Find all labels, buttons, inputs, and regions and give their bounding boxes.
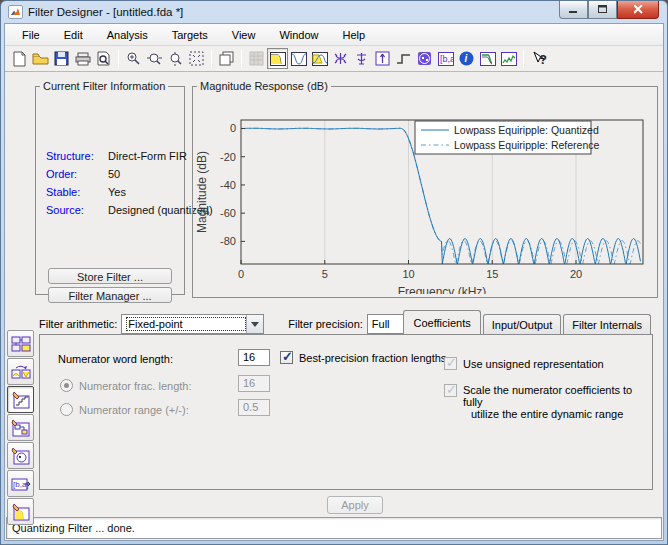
magnitude-response-title: Magnitude Response (dB) [197,80,331,92]
menu-edit[interactable]: Edit [55,26,92,44]
multirate-filter-icon[interactable] [7,330,34,357]
magnitude-response-estimate-icon[interactable] [477,48,498,69]
numerator-frac-length-field: 16 [238,375,270,392]
svg-text:5: 5 [322,268,328,280]
toolbar-separator [523,50,524,68]
zoom-in-icon[interactable] [123,48,144,69]
filter-designer-window: Filter Designer - [untitled.fda *] FileE… [0,0,668,545]
toolbar: [b,a]i? [5,46,663,72]
numerator-range-field: 0.5 [238,399,270,416]
scale-coefficients-checkbox[interactable] [444,384,457,397]
tab-filter-internals[interactable]: Filter Internals [563,314,651,334]
best-precision-checkbox[interactable] [280,351,293,364]
tab-coefficients[interactable]: Coefficients [403,310,480,334]
tab-strip: CoefficientsInput/OutputFilter Internals [401,310,651,334]
numerator-range-radio[interactable] [60,403,73,416]
magnitude-response-panel: Magnitude Response (dB) 051015200-20-40-… [192,80,658,298]
scale-label-line2: utilize the entire dynamic range [463,408,623,420]
filter-manager-button[interactable]: Filter Manager ... [48,287,172,303]
tab-input-output[interactable]: Input/Output [483,314,562,334]
filterbuilder-icon [246,48,267,69]
menu-targets[interactable]: Targets [163,26,217,44]
minimize-button[interactable] [559,1,588,19]
impulse-response-icon[interactable] [372,48,393,69]
svg-text:Frequency (kHz): Frequency (kHz) [398,285,487,294]
phase-delay-icon[interactable] [351,48,372,69]
coefficients-tab-panel: Numerator word length: 16 Best-precision… [39,334,653,490]
open-session-icon[interactable] [30,48,51,69]
info-label: Stable: [46,183,108,201]
quantization-section: [b,a] Filter arithmetic: Fixed-point Fil… [5,304,663,517]
main-area: Current Filter Information Structure:Dir… [5,72,663,517]
pole-zero-editor-icon[interactable] [7,442,34,469]
zoom-x-icon[interactable] [144,48,165,69]
info-label: Structure: [46,147,108,165]
sidebar-toolbar: [b,a] [7,330,37,526]
numerator-word-length-field[interactable]: 16 [238,349,270,366]
pole-zero-plot-icon[interactable] [414,48,435,69]
chevron-down-icon[interactable] [246,315,263,333]
realize-model-icon[interactable] [7,414,34,441]
status-message: Quantizing Filter ... done. [6,517,662,539]
apply-button[interactable]: Apply [327,496,383,514]
new-session-icon[interactable] [9,48,30,69]
filter-arithmetic-value: Fixed-point [126,317,246,331]
whats-this-help-icon[interactable]: ? [528,48,549,69]
matlab-app-icon [8,5,23,19]
set-quantization-parameters-icon[interactable] [7,386,34,413]
print-to-figure-icon[interactable] [216,48,237,69]
menu-view[interactable]: View [223,26,265,44]
scale-label-line1: Scale the numerator coefficients to full… [463,384,632,408]
svg-text:0: 0 [230,122,236,134]
filter-info-row: Source:Designed (quantized) [46,201,213,219]
toolbar-separator [211,50,212,68]
step-response-icon[interactable] [393,48,414,69]
design-filter-icon[interactable] [7,498,34,525]
save-session-icon[interactable] [51,48,72,69]
window-title: Filter Designer - [untitled.fda *] [28,6,183,18]
filter-arithmetic-select[interactable]: Fixed-point [121,314,264,334]
phase-response-icon[interactable] [288,48,309,69]
menu-analysis[interactable]: Analysis [98,26,157,44]
svg-text:[b,a]: [b,a] [440,54,454,64]
filter-arithmetic-label: Filter arithmetic: [39,318,117,330]
magnitude-response-icon[interactable] [267,48,288,69]
filter-info-row: Order:50 [46,165,213,183]
best-precision-label: Best-precision fraction lengths [299,352,446,364]
close-button[interactable] [617,1,659,19]
store-filter-button[interactable]: Store Filter ... [48,268,172,284]
print-icon[interactable] [72,48,93,69]
magnitude-response-plot: 051015200-20-40-60-80Frequency (kHz)Magn… [193,94,655,294]
current-filter-information-panel: Current Filter Information Structure:Dir… [35,80,185,295]
print-preview-icon[interactable] [93,48,114,69]
round-off-noise-psd-icon[interactable] [498,48,519,69]
filter-info-fields: Structure:Direct-Form FIROrder:50Stable:… [46,147,213,219]
import-filter-icon[interactable]: [b,a] [7,470,34,497]
info-value: Yes [108,183,126,201]
filter-information-icon[interactable]: i [456,48,477,69]
svg-text:Magnitude (dB): Magnitude (dB) [195,151,209,233]
full-view-icon[interactable] [186,48,207,69]
numerator-frac-length-radio[interactable] [60,379,73,392]
menu-file[interactable]: File [13,26,49,44]
svg-text:-60: -60 [220,207,236,219]
filter-coefficients-icon[interactable]: [b,a] [435,48,456,69]
info-value: 50 [108,165,120,183]
info-panel-title: Current Filter Information [40,80,168,92]
menu-help[interactable]: Help [334,26,375,44]
zoom-y-icon[interactable] [165,48,186,69]
filter-info-row: Structure:Direct-Form FIR [46,147,213,165]
menu-window[interactable]: Window [270,26,327,44]
use-unsigned-checkbox[interactable] [444,357,457,370]
group-delay-icon[interactable] [330,48,351,69]
numerator-range-label: Numerator range (+/-): [79,404,189,416]
svg-text:i: i [465,53,468,64]
svg-text:-20: -20 [220,151,236,163]
magnitude-phase-response-icon[interactable] [309,48,330,69]
info-value: Direct-Form FIR [108,147,187,165]
svg-text:-80: -80 [220,235,236,247]
transform-filter-icon[interactable] [7,358,34,385]
filter-info-row: Stable:Yes [46,183,213,201]
maximize-button[interactable] [588,1,617,19]
title-bar[interactable]: Filter Designer - [untitled.fda *] [1,1,667,23]
